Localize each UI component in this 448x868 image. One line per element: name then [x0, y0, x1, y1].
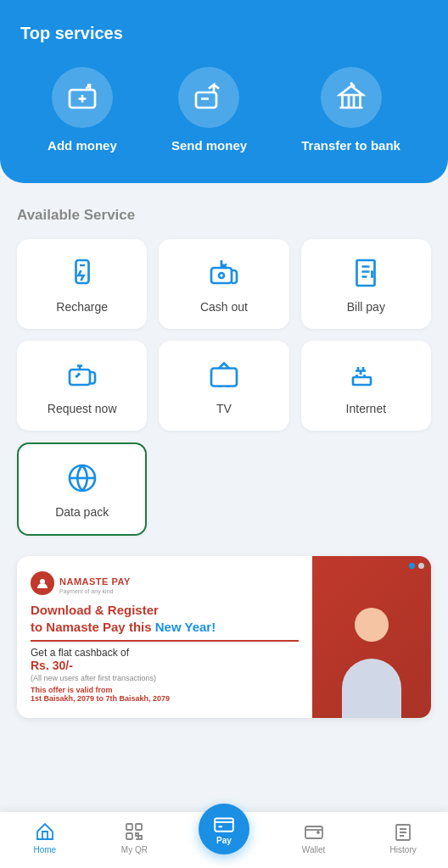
cash-out-icon — [209, 258, 239, 288]
pay-button[interactable]: Pay — [199, 804, 249, 854]
promo-logo-name: NAMASTE PAY — [59, 576, 131, 587]
top-service-send-money[interactable]: Send money — [171, 67, 247, 153]
promo-logo-icon — [31, 571, 54, 595]
add-money-icon-circle — [52, 67, 113, 128]
add-money-icon — [67, 82, 98, 113]
promo-banner[interactable]: NAMASTE PAY Payment of any kind Download… — [17, 556, 431, 718]
recharge-label: Recharge — [56, 300, 108, 314]
promo-cashback-text: Get a flat cashback of — [31, 647, 129, 659]
promo-cashback: Get a flat cashback of Rs. 30/- — [31, 647, 299, 672]
data-pack-icon — [67, 463, 98, 493]
tv-icon — [209, 359, 239, 390]
send-money-label: Send money — [171, 138, 247, 153]
promo-headline-highlight: New Year! — [155, 620, 216, 634]
internet-icon — [350, 359, 381, 390]
tv-label: TV — [216, 402, 232, 415]
add-money-label: Add money — [48, 138, 117, 153]
top-section: Top services Add money — [0, 0, 448, 183]
top-services-title: Top services — [20, 24, 428, 43]
pay-label: Pay — [216, 836, 232, 845]
promo-content: NAMASTE PAY Payment of any kind Download… — [17, 556, 312, 718]
svg-rect-7 — [70, 370, 90, 385]
request-now-label: Request now — [48, 402, 117, 415]
top-service-add-money[interactable]: Add money — [48, 67, 117, 153]
promo-logo-text-block: NAMASTE PAY Payment of any kind — [59, 573, 131, 594]
bottom-nav: Home My QR Pay Wallet — [0, 812, 448, 868]
dot-2 — [418, 563, 424, 569]
pay-icon — [213, 813, 235, 835]
person-body — [342, 659, 401, 718]
promo-headline-part1: Download & Register — [31, 603, 159, 617]
svg-rect-4 — [211, 268, 232, 283]
nav-item-qr[interactable]: My QR — [90, 821, 180, 854]
bill-pay-label: Bill pay — [347, 300, 385, 314]
promo-line — [31, 640, 299, 642]
nav-item-history[interactable]: History — [358, 821, 448, 854]
dot-1 — [409, 563, 415, 569]
top-service-transfer-bank[interactable]: Transfer to bank — [301, 67, 400, 153]
person-head — [355, 608, 389, 642]
promo-logo: NAMASTE PAY Payment of any kind — [31, 571, 299, 595]
svg-rect-13 — [126, 833, 132, 839]
send-money-icon — [193, 82, 224, 113]
nav-qr-label: My QR — [121, 845, 148, 854]
recharge-icon — [67, 258, 98, 288]
svg-rect-9 — [353, 377, 371, 385]
service-card-cash-out[interactable]: Cash out — [159, 239, 288, 329]
promo-headline: Download & Register to Namaste Pay this … — [31, 602, 299, 635]
svg-rect-15 — [215, 819, 233, 832]
svg-rect-14 — [136, 824, 142, 830]
available-section: Available Service Recharge Cash out — [0, 183, 448, 549]
service-card-data-pack[interactable]: Data pack — [17, 442, 147, 536]
nav-history-label: History — [390, 845, 417, 854]
nav-item-wallet[interactable]: Wallet — [269, 821, 359, 854]
request-now-icon — [67, 359, 98, 390]
home-icon — [35, 821, 55, 842]
promo-image — [312, 556, 431, 718]
data-pack-label: Data pack — [55, 505, 109, 519]
promo-logo-sub: Payment of any kind — [59, 588, 131, 594]
top-services-row: Add money Send money Tran — [20, 67, 428, 153]
transfer-bank-label: Transfer to bank — [301, 138, 400, 153]
nav-home-label: Home — [33, 845, 56, 854]
service-card-request-now[interactable]: Request now — [17, 341, 147, 431]
promo-section: NAMASTE PAY Payment of any kind Download… — [0, 549, 448, 735]
send-money-icon-circle — [178, 67, 239, 128]
bill-pay-icon — [350, 258, 381, 288]
promo-cashback-amount: Rs. 30/- — [31, 659, 73, 672]
transfer-bank-icon-circle — [321, 67, 382, 128]
service-card-recharge[interactable]: Recharge — [17, 239, 147, 329]
cash-out-label: Cash out — [200, 300, 248, 314]
svg-rect-12 — [126, 824, 132, 830]
promo-person — [316, 599, 427, 718]
available-section-title: Available Service — [17, 207, 431, 224]
nav-wallet-label: Wallet — [302, 845, 325, 854]
namaste-pay-logo-icon — [36, 576, 49, 590]
promo-validity: This offer is valid from1st Baisakh, 207… — [31, 686, 299, 703]
qr-icon — [124, 821, 144, 842]
wallet-icon — [304, 821, 324, 842]
transfer-bank-icon — [336, 82, 367, 113]
nav-item-pay[interactable]: Pay — [179, 821, 269, 854]
svg-rect-16 — [305, 826, 322, 838]
history-icon — [393, 821, 413, 842]
svg-point-5 — [219, 273, 224, 278]
nav-item-home[interactable]: Home — [0, 821, 90, 854]
internet-label: Internet — [346, 402, 386, 415]
service-card-bill-pay[interactable]: Bill pay — [301, 239, 431, 329]
svg-rect-8 — [211, 369, 237, 387]
service-card-internet[interactable]: Internet — [301, 341, 431, 431]
promo-cashback-note: (All new users after first transactions) — [31, 674, 299, 682]
service-card-tv[interactable]: TV — [159, 341, 288, 431]
promo-headline-part2: to Namaste Pay this — [31, 620, 152, 634]
svg-rect-1 — [196, 92, 216, 108]
services-grid: Recharge Cash out Bill pay — [17, 239, 431, 536]
dot-indicator — [409, 563, 424, 569]
